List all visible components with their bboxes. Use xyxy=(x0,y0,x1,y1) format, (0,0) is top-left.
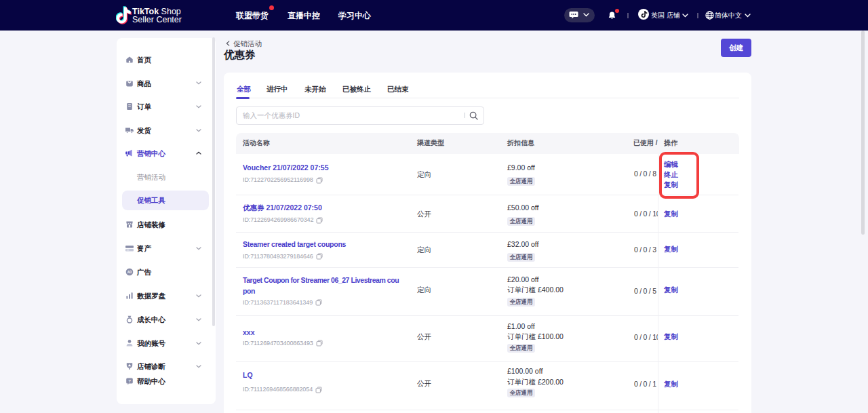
svg-text:AD: AD xyxy=(127,271,132,274)
svg-text:?: ? xyxy=(128,379,131,383)
